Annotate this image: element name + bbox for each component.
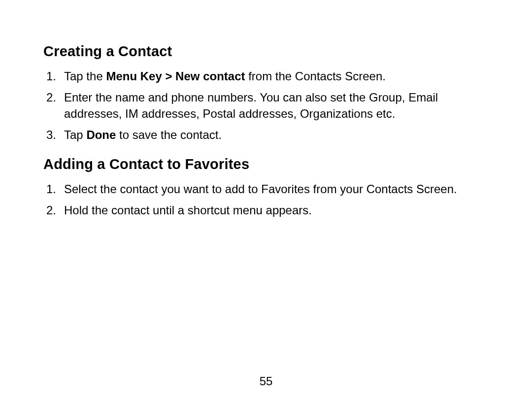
page-number: 55 — [260, 374, 273, 388]
list-item: Tap the Menu Key > New contact from the … — [43, 68, 488, 84]
list-item: Select the contact you want to add to Fa… — [43, 181, 488, 197]
section-heading-creating-contact: Creating a Contact — [43, 43, 488, 60]
step-text: Hold the contact until a shortcut menu a… — [64, 203, 312, 217]
step-text-suffix: from the Contacts Screen. — [245, 69, 385, 83]
step-text-suffix: to save the contact. — [116, 128, 222, 141]
step-text-bold: Done — [86, 128, 116, 141]
list-item: Enter the name and phone numbers. You ca… — [43, 90, 488, 122]
list-item: Hold the contact until a shortcut menu a… — [43, 202, 488, 218]
step-text-prefix: Tap — [64, 128, 86, 141]
step-text-bold: Menu Key > New contact — [106, 69, 245, 83]
step-text-prefix: Tap the — [64, 69, 106, 83]
list-item: Tap Done to save the contact. — [43, 127, 488, 143]
step-text: Enter the name and phone numbers. You ca… — [64, 91, 438, 120]
steps-list-adding-favorites: Select the contact you want to add to Fa… — [43, 181, 488, 219]
section-heading-adding-favorites: Adding a Contact to Favorites — [43, 156, 488, 172]
step-text: Select the contact you want to add to Fa… — [64, 182, 457, 196]
steps-list-creating-contact: Tap the Menu Key > New contact from the … — [43, 68, 488, 143]
